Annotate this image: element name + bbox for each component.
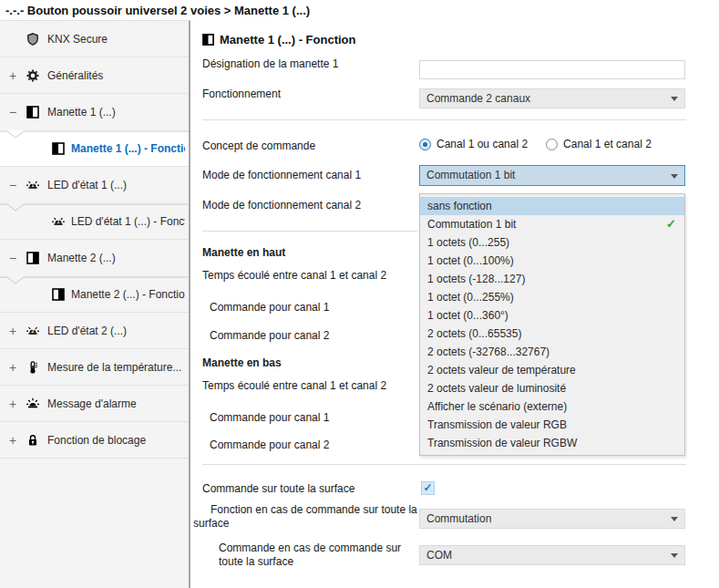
- concept-commande-label: Concept de commande: [202, 139, 315, 153]
- breadcrumb[interactable]: -.-.- Bouton poussoir universel 2 voies …: [0, 0, 719, 20]
- section-manette-en-bas-heading: Manette en bas: [202, 356, 282, 370]
- dropdown-option[interactable]: 2 octets valeur de luminosité: [420, 379, 684, 397]
- gear-icon: [26, 69, 39, 82]
- commande-canal-1-haut-label: Commande pour canal 1: [210, 300, 329, 315]
- surface-fonction-select-value: Commutation: [426, 512, 491, 525]
- surface-commande-label: Commande en cas de commande sur toute la…: [219, 542, 406, 569]
- expand-plus-icon[interactable]: +: [6, 68, 19, 83]
- sidebar-item-label: Manette 1 (...) - Fonction: [71, 142, 185, 155]
- shield-icon: [26, 33, 39, 46]
- sidebar-item-label: Manette 1 (...): [47, 106, 185, 119]
- sidebar-item-generalites[interactable]: + Généralités: [0, 57, 189, 94]
- sidebar: KNX Secure + Généralités − Manette 1 (..…: [0, 20, 190, 588]
- designation-input[interactable]: [419, 60, 685, 79]
- status-led-2-icon: 2: [26, 325, 39, 337]
- chevron-down-icon: [671, 517, 678, 521]
- commande-canal-2-haut-label: Commande pour canal 2: [210, 328, 329, 343]
- paddle-right-icon: [26, 252, 39, 264]
- concept-commande-radiogroup: Canal 1 ou canal 2 Canal 1 et canal 2: [419, 137, 664, 151]
- mode-canal-1-label: Mode de fonctionnement canal 1: [202, 168, 361, 182]
- chevron-down-icon: [671, 174, 678, 179]
- surface-commande-select-value: COM: [426, 549, 452, 562]
- dropdown-option[interactable]: 2 octets valeur de température: [420, 361, 684, 379]
- alarm-beacon-icon: [26, 397, 39, 410]
- chevron-down-icon: [671, 553, 678, 558]
- mode-canal-1-select[interactable]: Commutation 1 bit: [419, 165, 685, 186]
- sidebar-item-label: Manette 2 (...): [47, 252, 185, 264]
- sidebar-item-label: LED d'état 2 (...): [47, 325, 185, 337]
- sidebar-item-manette-2-fonction[interactable]: Manette 2 (...) - Fonction: [0, 276, 189, 313]
- sidebar-item-manette-2[interactable]: − Manette 2 (...): [0, 240, 189, 276]
- temps-ecoule-bas-label: Temps écoulé entre canal 1 et canal 2: [202, 378, 386, 393]
- dropdown-option[interactable]: 1 octet (0...100%): [420, 252, 684, 270]
- separator: [202, 119, 686, 120]
- surface-commande-select[interactable]: COM: [419, 545, 685, 565]
- paddle-left-icon: [202, 34, 214, 46]
- page-title-text: Manette 1 (...) - Fonction: [220, 33, 356, 46]
- sidebar-item-label: KNX Secure: [47, 33, 185, 46]
- separator: [202, 464, 686, 465]
- sidebar-item-label: LED d'état 1 (...) - Fonction: [71, 215, 185, 228]
- parameter-panel: Manette 1 (...) - Fonction Désignation d…: [190, 20, 719, 588]
- expander: [6, 32, 19, 46]
- sidebar-item-mesure-temperature[interactable]: + Mesure de la température...: [0, 349, 189, 386]
- dropdown-option[interactable]: Afficher le scénario (externe): [420, 397, 684, 416]
- sidebar-item-label: Généralités: [47, 69, 185, 82]
- collapse-minus-icon[interactable]: −: [6, 105, 19, 119]
- section-manette-en-haut-heading: Manette en haut: [202, 245, 285, 260]
- surface-fonction-select[interactable]: Commutation: [419, 509, 685, 529]
- mode-canal-1-select-value: Commutation 1 bit: [426, 169, 515, 181]
- chevron-down-icon: [671, 97, 678, 101]
- expand-plus-icon[interactable]: +: [6, 360, 19, 375]
- dropdown-option[interactable]: 2 octets (0...65535): [420, 325, 684, 343]
- sidebar-item-message-alarme[interactable]: + Message d'alarme: [0, 386, 189, 422]
- paddle-left-icon: [26, 106, 39, 119]
- sidebar-item-label: Message d'alarme: [47, 397, 185, 410]
- temps-ecoule-haut-label: Temps écoulé entre canal 1 et canal 2: [202, 268, 386, 283]
- sidebar-item-label: Fonction de blocage: [47, 434, 185, 447]
- collapse-minus-icon[interactable]: −: [6, 178, 19, 192]
- expand-plus-icon[interactable]: +: [6, 433, 19, 448]
- dropdown-option[interactable]: Transmission de valeur RGBW: [420, 434, 684, 452]
- collapse-minus-icon[interactable]: −: [6, 251, 19, 265]
- status-led-1-icon: 1: [52, 215, 65, 228]
- commande-canal-1-bas-label: Commande pour canal 1: [210, 410, 329, 425]
- fonctionnement-select[interactable]: Commande 2 canaux: [419, 88, 685, 108]
- dropdown-option[interactable]: 1 octet (0...255%): [420, 288, 684, 306]
- surface-fonction-label: Fonction en cas de commande sur toute la…: [193, 503, 417, 531]
- checkbox-check-icon: ✓: [423, 481, 432, 494]
- radio-selected-icon[interactable]: [419, 139, 431, 150]
- sidebar-item-led-etat-2[interactable]: + 2 LED d'état 2 (...): [0, 313, 189, 349]
- radio-option-label[interactable]: Canal 1 et canal 2: [563, 138, 652, 150]
- dropdown-option-label: Commutation 1 bit: [427, 218, 516, 231]
- dropdown-option[interactable]: 1 octets (-128...127): [420, 270, 684, 288]
- sidebar-item-knx-secure[interactable]: KNX Secure: [0, 21, 189, 57]
- fonctionnement-select-value: Commande 2 canaux: [426, 92, 530, 105]
- sidebar-item-fonction-blocage[interactable]: + Fonction de blocage: [0, 422, 189, 459]
- surface-checkbox[interactable]: ✓: [421, 481, 435, 495]
- status-led-1-icon: 1: [26, 179, 39, 191]
- expand-plus-icon[interactable]: +: [6, 397, 19, 411]
- sidebar-item-led-etat-1[interactable]: − 1 LED d'état 1 (...): [0, 167, 189, 203]
- sidebar-item-manette-1[interactable]: − Manette 1 (...): [0, 94, 189, 130]
- selected-check-icon: ✓: [666, 215, 676, 233]
- dropdown-option[interactable]: sans fonction: [420, 197, 684, 215]
- fonctionnement-label: Fonctionnement: [202, 87, 281, 101]
- thermometer-icon: [26, 361, 39, 374]
- dropdown-option[interactable]: 2 octets (-32768...32767): [420, 343, 684, 361]
- dropdown-option[interactable]: Transmission de valeur RGB: [420, 416, 684, 434]
- sidebar-item-led-etat-1-fonction[interactable]: 1 LED d'état 1 (...) - Fonction: [0, 203, 189, 240]
- sidebar-item-label: Manette 2 (...) - Fonction: [71, 288, 185, 301]
- radio-unselected-icon[interactable]: [546, 139, 558, 150]
- expand-plus-icon[interactable]: +: [6, 324, 19, 338]
- dropdown-option[interactable]: 1 octet (0...360°): [420, 306, 684, 325]
- mode-canal-1-dropdown-list: sans fonction Commutation 1 bit ✓ 1 octe…: [419, 193, 685, 456]
- designation-label: Désignation de la manette 1: [202, 57, 338, 71]
- lock-icon: [26, 434, 39, 447]
- sidebar-item-manette-1-fonction[interactable]: Manette 1 (...) - Fonction: [0, 130, 189, 167]
- paddle-right-icon: [52, 288, 65, 301]
- dropdown-option[interactable]: 1 octets (0...255): [420, 233, 684, 252]
- dropdown-option[interactable]: Commutation 1 bit ✓: [420, 215, 684, 233]
- radio-option-label[interactable]: Canal 1 ou canal 2: [437, 138, 528, 150]
- surface-checkbox-label: Commande sur toute la surface: [202, 481, 354, 496]
